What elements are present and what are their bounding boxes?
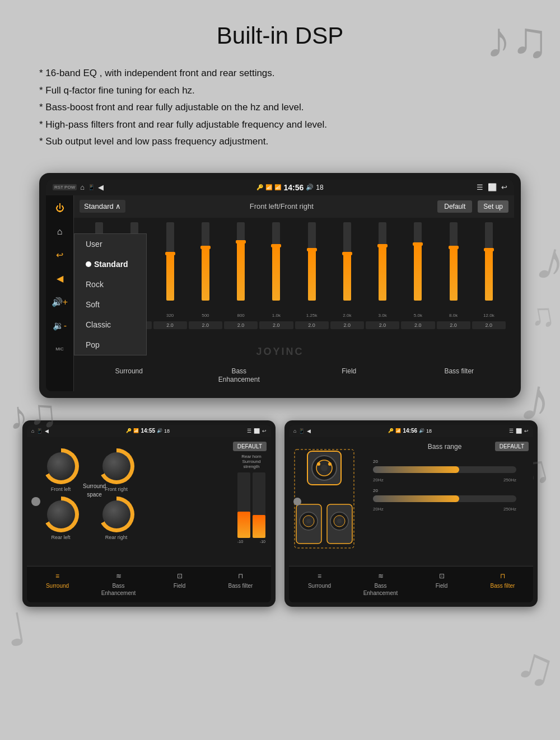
bass-nav-tab-filter[interactable]: ⊓ Bass filter — [472, 570, 533, 599]
front-right-knob-inner — [102, 452, 130, 480]
eq-freq-label: 2.0k — [330, 313, 364, 318]
bass-slider-2: 20 20Hz 250Hz — [373, 488, 516, 512]
rear-left-knob[interactable] — [43, 497, 79, 532]
surround-win-icon[interactable]: ⬜ — [254, 428, 260, 434]
surround-default-btn[interactable]: DEFAULT — [233, 442, 267, 451]
eq-band-3.0k[interactable] — [366, 222, 399, 312]
field-btn[interactable]: Field — [300, 364, 399, 388]
nav-tab-bass-filter[interactable]: ⊓ Bass filter — [210, 570, 271, 599]
rst-pow-label: RST POW — [53, 184, 77, 190]
bass-nav-tab-surround[interactable]: ≡ Surround — [289, 570, 350, 599]
home-sidebar-icon[interactable]: ⌂ — [50, 223, 70, 240]
bass-status-center: 🔑 📶 14:56 🔊 18 — [388, 428, 432, 434]
bass-enhancement-btn[interactable]: Bass Enhancement — [190, 364, 289, 388]
preset-item-rock[interactable]: Rock — [74, 274, 146, 294]
channel-label: Front left/Front right — [131, 202, 432, 210]
bass-filter-btn[interactable]: Bass filter — [410, 364, 509, 388]
nav-icon: ◀ — [98, 183, 104, 191]
bass-field-icon: ⊡ — [411, 572, 472, 581]
bass-fade-indicator[interactable] — [293, 498, 301, 505]
eq-freq-label: 320 — [153, 313, 187, 318]
knob-rear-right: Rear right — [91, 497, 142, 540]
music-notes-bottom-right-icon: ♫ — [510, 634, 560, 699]
knob-rear-left: Rear left — [35, 497, 86, 540]
front-right-knob[interactable] — [99, 448, 134, 484]
music-notes-right2-icon: ♫ — [526, 294, 557, 337]
rear-right-knob[interactable] — [99, 497, 134, 532]
slider2-range: 20Hz 250Hz — [373, 507, 516, 512]
watermark: JOYINC — [256, 346, 304, 358]
back-sidebar-icon[interactable]: ↩ — [50, 247, 70, 264]
eq-band-320[interactable] — [153, 222, 187, 312]
feature-item: * Bass-boost front and rear fully adjust… — [39, 99, 521, 116]
eq-val-cell: 2.0 — [189, 321, 222, 329]
eq-band-800[interactable] — [224, 222, 258, 312]
svg-point-14 — [328, 462, 332, 466]
eq-freq-label: 1.25k — [295, 313, 329, 318]
bass-filter-device: ⌂ 📱 ◀ 🔑 📶 14:56 🔊 18 ☰ ⬜ ↩ — [284, 420, 538, 607]
eq-val-cell: 2.0 — [153, 321, 187, 329]
bass-enh-icon2: ≋ — [350, 572, 411, 581]
eq-freq-label: 1.0k — [259, 313, 293, 318]
preset-item-pop[interactable]: Pop — [74, 335, 146, 355]
preset-item-soft[interactable]: Soft — [74, 294, 146, 315]
eq-freq-label: 5.0k — [401, 313, 435, 318]
eq-band-1.25k[interactable] — [295, 222, 329, 312]
eq-band-8.0k[interactable] — [437, 222, 470, 312]
bass-menu-icon[interactable]: ☰ — [509, 428, 514, 434]
slider1-track[interactable] — [373, 466, 516, 473]
nav-tab-field[interactable]: ⊡ Field — [149, 570, 210, 599]
preset-item-classic[interactable]: Classic — [74, 315, 146, 335]
surround-back-icon[interactable]: ↩ — [262, 428, 267, 434]
eq-val-cell: 2.0 — [472, 321, 506, 329]
surround-bottom-nav: ≡ Surround ≋ BassEnhancement ⊡ Field ⊓ B… — [27, 566, 271, 602]
front-left-knob[interactable] — [43, 448, 79, 484]
nav-tab-bass-enhancement[interactable]: ≋ BassEnhancement — [88, 570, 149, 599]
slider2-max: 250Hz — [503, 507, 516, 512]
surround-menu-icon[interactable]: ☰ — [247, 428, 251, 434]
signal-icon: 📶 — [274, 184, 281, 190]
window-icon[interactable]: ⬜ — [488, 183, 497, 191]
power-icon[interactable]: ⏻ — [50, 200, 70, 217]
vu-bar-left-track — [237, 472, 250, 538]
dsp-bottom-btns: Surround Bass Enhancement Field Bass fil… — [74, 360, 514, 391]
eq-band-12.0k[interactable] — [472, 222, 506, 312]
eq-val-cell: 2.0 — [295, 321, 329, 329]
eq-band-5.0k[interactable] — [401, 222, 435, 312]
preset-dropdown[interactable]: Standard ∧ — [80, 200, 125, 213]
lock-icon: 🔑 — [256, 184, 263, 190]
surround-btn[interactable]: Surround — [80, 364, 179, 388]
bass-home-icon[interactable]: ⌂ — [293, 428, 296, 434]
bass-enh-icon: ≋ — [88, 572, 149, 581]
bass-nav-tab-enhancement[interactable]: ≋ BassEnhancement — [350, 570, 411, 599]
eq-band-500[interactable] — [189, 222, 222, 312]
surround-device: ⌂ 📱 ◀ 🔑 📶 14:55 🔊 18 ☰ ⬜ ↩ — [22, 420, 276, 607]
nav-tab-surround[interactable]: ≡ Surround — [27, 570, 88, 599]
volume-down-icon[interactable]: 🔉- — [50, 317, 70, 334]
bass-nav-tab-field[interactable]: ⊡ Field — [411, 570, 472, 599]
hamburger-icon[interactable]: ☰ — [477, 183, 483, 191]
surround-space-label: Surroundspace — [83, 482, 106, 499]
eq-band-2.0k[interactable] — [330, 222, 364, 312]
preset-item-user[interactable]: User — [74, 234, 146, 254]
slider1-min: 20Hz — [373, 477, 384, 483]
eq-val-cell: 2.0 — [366, 321, 399, 329]
front-right-label: Front right — [105, 486, 128, 492]
fade-indicator[interactable] — [31, 497, 40, 506]
main-device-wrapper: ♪ ♫ RST POW ⌂ 📱 ◀ 🔑 📶 📶 14:56 🔊 18 — [28, 173, 532, 398]
volume-up-icon[interactable]: 🔊+ — [50, 294, 70, 311]
default-button[interactable]: Default — [437, 200, 472, 213]
surround-vol-level: 18 — [164, 428, 170, 434]
eq-band-1.0k[interactable] — [259, 222, 293, 312]
rear-left-label: Rear left — [51, 535, 70, 540]
eq-val-cell: 2.0 — [224, 321, 258, 329]
feature-item: * High-pass filters front and rear fully… — [39, 116, 521, 134]
home-icon[interactable]: ⌂ — [80, 183, 85, 191]
vu-scale: -10-10 — [237, 540, 265, 544]
slider2-track[interactable] — [373, 495, 516, 502]
back-icon[interactable]: ↩ — [501, 183, 507, 191]
preset-item-standard[interactable]: Standard — [74, 254, 146, 274]
setup-button[interactable]: Set up — [478, 200, 508, 213]
eq-val-cell: 2.0 — [330, 321, 364, 329]
nav-arrow-icon[interactable]: ◀ — [50, 270, 70, 287]
